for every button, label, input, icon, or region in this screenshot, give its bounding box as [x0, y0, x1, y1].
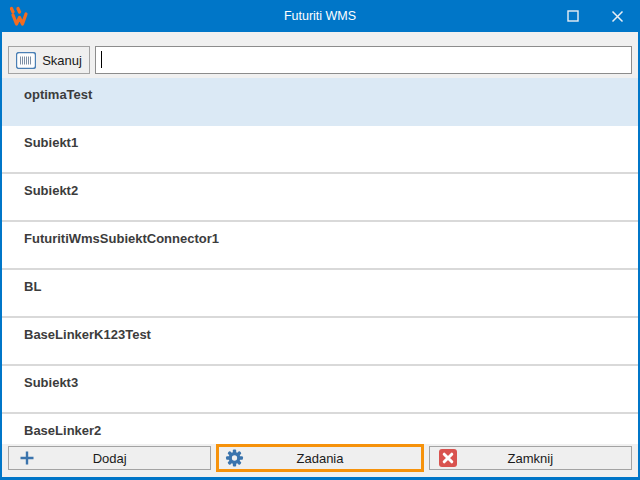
scan-input-wrap	[95, 46, 632, 74]
close-button[interactable]: Zamknij	[429, 446, 632, 470]
barcode-icon	[16, 52, 36, 69]
gear-icon	[225, 449, 244, 468]
tasks-button-label: Zadania	[297, 451, 344, 466]
scan-input[interactable]	[95, 46, 632, 74]
list-item[interactable]: BaseLinker2	[2, 414, 638, 444]
list-item[interactable]: BL	[2, 270, 638, 318]
list-item[interactable]: Subiekt3	[2, 366, 638, 414]
close-button-label: Zamknij	[508, 451, 554, 466]
scan-button-label: Skanuj	[42, 53, 82, 68]
list-item[interactable]: BaseLinkerK123Test	[2, 318, 638, 366]
scan-button[interactable]: Skanuj	[8, 46, 90, 74]
client-area: Skanuj optimaTest Subiekt1 Subiekt2 Futu…	[2, 32, 638, 477]
list-item[interactable]: optimaTest	[2, 78, 638, 126]
plus-icon	[18, 449, 36, 467]
add-button-label: Dodaj	[93, 451, 127, 466]
tasks-button[interactable]: Zadania	[216, 444, 423, 472]
red-x-icon	[439, 449, 457, 467]
connector-list: optimaTest Subiekt1 Subiekt2 FuturitiWms…	[2, 78, 638, 444]
add-button[interactable]: Dodaj	[8, 446, 211, 470]
scan-toolbar: Skanuj	[2, 32, 638, 78]
window-title: Futuriti WMS	[0, 9, 640, 23]
app-window: Futuriti WMS Skanuj	[0, 0, 640, 480]
list-item[interactable]: Subiekt2	[2, 174, 638, 222]
list-item[interactable]: Subiekt1	[2, 126, 638, 174]
footer-toolbar: Dodaj Zadania	[2, 444, 638, 477]
titlebar: Futuriti WMS	[0, 0, 640, 32]
text-caret	[101, 51, 102, 68]
list-item[interactable]: FuturitiWmsSubiektConnector1	[2, 222, 638, 270]
